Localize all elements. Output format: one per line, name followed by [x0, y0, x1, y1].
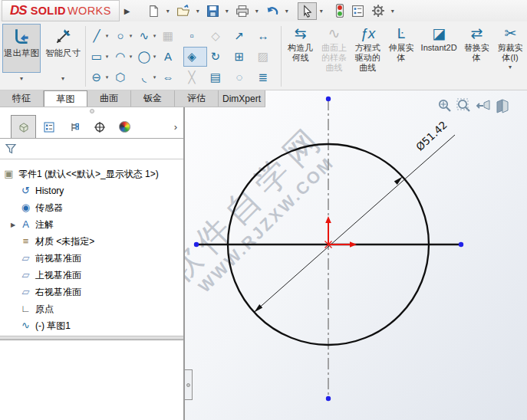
tool-dropdown-icon[interactable]: ▾ [104, 33, 110, 39]
solidworks-logo[interactable]: DS SOLID WORKS [2, 0, 120, 21]
command-tab[interactable]: 评估 [175, 90, 219, 107]
sketch-tool-button[interactable]: ○ ▾ [112, 26, 136, 46]
tree-split-bar[interactable] [0, 336, 183, 340]
sketch-tool-button[interactable]: ⇔ ▾ [160, 67, 183, 87]
tool-dropdown-icon[interactable]: ▾ [151, 54, 158, 60]
print-button[interactable] [232, 2, 252, 20]
tool-dropdown-icon[interactable]: ▾ [151, 74, 158, 80]
spline-on-surface-button[interactable]: ∿ 曲面上的样条曲线 [318, 23, 351, 90]
centerline-endpoint-top[interactable] [326, 97, 331, 101]
options-button[interactable] [368, 2, 388, 20]
new-dropdown-icon[interactable]: ▾ [166, 8, 170, 15]
zoom-to-area-icon[interactable] [456, 98, 472, 113]
menu-flyout-icon[interactable]: ▶ [121, 2, 133, 19]
sketch-tool-button[interactable]: ▦ ▾ [160, 26, 183, 46]
sketch-tool-button[interactable]: A ▾ [160, 47, 183, 67]
replace-entity-button[interactable]: ⇄ 替换实体 [460, 23, 492, 90]
stretch-entities-button[interactable]: Ŀ 伸展实体 [385, 23, 417, 90]
sketch-tool-button[interactable]: ↔ ▾ [255, 26, 278, 46]
sketch-tool-button[interactable]: ∿ ▾ [136, 26, 160, 46]
panel-tabs-more-icon[interactable]: › [168, 115, 183, 138]
file-properties-button[interactable] [348, 2, 367, 20]
sketch-tool-button[interactable]: ⊞ ▾ [231, 47, 255, 67]
select-button[interactable] [298, 2, 317, 20]
instant2d-button[interactable]: ◪ Instant2D [419, 23, 459, 90]
expand-arrow-icon[interactable]: ▶ [11, 221, 19, 228]
sketch-tool-button[interactable]: ◌ ▾ [231, 67, 255, 87]
sketch-tool-button[interactable]: ↗ ▾ [231, 26, 255, 46]
tree-item[interactable]: ▶ ▱ 上视基准面 [0, 267, 183, 284]
print-dropdown-icon[interactable]: ▾ [255, 8, 259, 15]
smart-dimension-dropdown-icon[interactable]: ▾ [44, 73, 82, 84]
tree-item[interactable]: ▶ ▱ 前视基准面 [0, 250, 183, 267]
panel-splitter-handle[interactable] [185, 369, 193, 400]
sketch-tool-button[interactable]: ◯ ▾ [136, 47, 160, 67]
command-tab[interactable]: 特征 [0, 90, 44, 107]
command-tab[interactable]: 钣金 [131, 90, 175, 107]
tool-dropdown-icon[interactable]: ▾ [104, 54, 110, 60]
command-tab[interactable]: DimXpert [219, 90, 265, 107]
sketch-canvas[interactable]: Ø51.42 [185, 90, 527, 420]
sketch-tool-button[interactable]: ▭ ▾ [88, 47, 112, 67]
options-dropdown-icon[interactable]: ▾ [391, 8, 394, 15]
sketch-tool-button[interactable]: ⬡ ▾ [112, 67, 136, 87]
sketch-tool-button[interactable]: ◠ ▾ [112, 47, 136, 67]
line-endpoint-left[interactable] [194, 242, 199, 247]
dimension-value[interactable]: Ø51.42 [413, 119, 450, 153]
save-dropdown-icon[interactable]: ▾ [226, 8, 229, 15]
tree-item[interactable]: ▶ ↺ History [0, 182, 183, 199]
smart-dimension-button[interactable]: 智能尺寸 [44, 24, 82, 73]
sketch-tool-button[interactable]: ≣ ▾ [255, 67, 278, 87]
sketch-tool-button[interactable]: ⊖ ▾ [88, 67, 112, 87]
graphics-viewport[interactable]: 软件自学网 WWW.RJZXW.COM Ø51.42 [184, 90, 527, 420]
construction-geometry-button[interactable]: ⇆ 构造几何线 [285, 23, 317, 90]
command-tab[interactable]: 草图 [44, 90, 87, 107]
select-dropdown-icon[interactable]: ▾ [320, 8, 323, 15]
dimension-leader-line[interactable] [254, 135, 455, 312]
panel-collapse-handle[interactable] [0, 107, 183, 115]
trim-dropdown-icon[interactable]: ▾ [509, 64, 512, 71]
sketch-tool-button[interactable]: ▫ ▾ [183, 26, 207, 46]
tool-dropdown-icon[interactable]: ▾ [127, 54, 134, 60]
tree-item[interactable]: ▶ ∿ (-) 草图1 [0, 317, 183, 334]
undo-dropdown-icon[interactable]: ▾ [285, 8, 288, 15]
tool-dropdown-icon[interactable]: ▾ [127, 33, 134, 39]
exit-sketch-button[interactable]: 退出草图 [2, 24, 41, 73]
sketch-tool-button[interactable]: ◈ ▾ [183, 47, 207, 67]
dimxpert-manager-tab[interactable] [87, 115, 112, 138]
sketch-tool-button[interactable]: ▨ ▾ [255, 47, 278, 67]
command-tab[interactable]: 曲面 [87, 90, 131, 107]
sketch-tool-button[interactable]: ▤ ▾ [207, 67, 231, 87]
sketch-tool-button[interactable]: ◟ ▾ [136, 67, 160, 87]
sketch-tool-button[interactable]: ╳ ▾ [183, 67, 207, 87]
centerline-endpoint-bottom[interactable] [326, 396, 331, 401]
property-manager-tab[interactable] [36, 115, 61, 138]
sketch-tool-button[interactable]: ↻ ▾ [207, 47, 231, 67]
equation-driven-curve-button[interactable]: ƒx 方程式驱动的曲线 [351, 23, 384, 90]
tree-item[interactable]: ▶ ◉ 传感器 [0, 199, 183, 216]
tree-item[interactable]: ▶ ▱ 右视基准面 [0, 284, 183, 300]
new-document-button[interactable] [144, 2, 163, 20]
tree-item[interactable]: ▶ ∟ 原点 [0, 300, 183, 317]
section-view-icon[interactable] [495, 98, 510, 113]
undo-button[interactable] [262, 2, 282, 20]
tool-dropdown-icon[interactable]: ▾ [151, 33, 158, 39]
tree-root-item[interactable]: ▣ 零件1 (默认<<默认>_显示状态 1>) [0, 166, 183, 182]
open-button[interactable] [173, 2, 193, 20]
line-endpoint-right[interactable] [459, 242, 463, 247]
zoom-to-fit-icon[interactable] [437, 98, 453, 113]
trim-entities-button[interactable]: ✂ 剪裁实体(I) ▾ [494, 23, 526, 90]
feature-manager-tab[interactable] [11, 115, 36, 138]
exit-sketch-dropdown-icon[interactable]: ▾ [2, 73, 41, 84]
open-dropdown-icon[interactable]: ▾ [196, 8, 199, 15]
previous-view-icon[interactable] [476, 98, 491, 113]
sketch-tool-button[interactable]: ◇ ▾ [207, 26, 231, 46]
display-manager-tab[interactable] [112, 115, 137, 138]
sketch-tool-button[interactable]: ╱ ▾ [88, 26, 112, 46]
rebuild-button[interactable] [332, 2, 347, 20]
configuration-manager-tab[interactable] [61, 115, 87, 138]
tree-item[interactable]: ▶ ≡ 材质 <未指定> [0, 233, 183, 250]
tool-dropdown-icon[interactable]: ▾ [104, 74, 110, 80]
tree-filter-bar[interactable] [0, 139, 183, 159]
save-button[interactable] [203, 2, 222, 20]
